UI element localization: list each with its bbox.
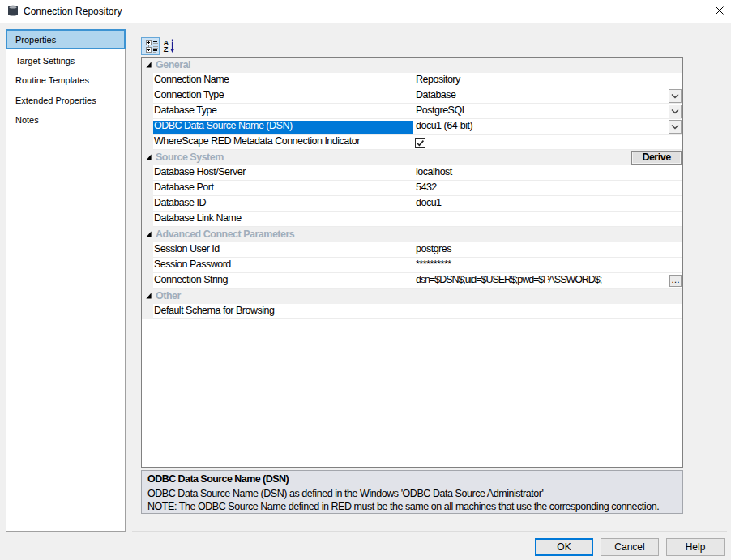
- svg-text:Z: Z: [164, 45, 169, 53]
